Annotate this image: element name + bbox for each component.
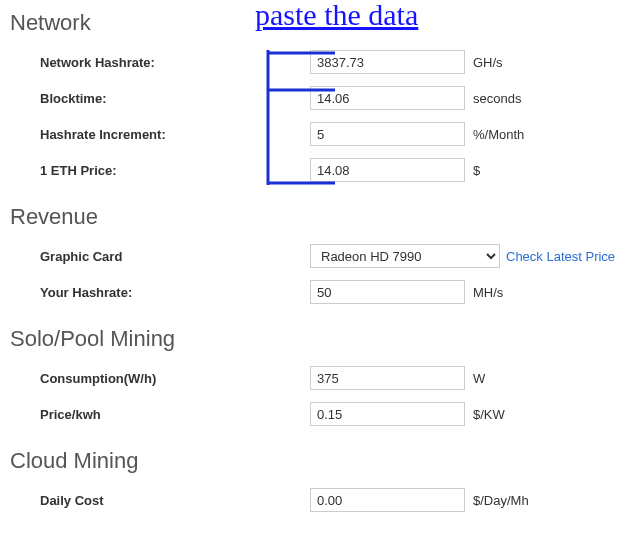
label-blocktime: Blocktime: (0, 91, 310, 106)
label-eth-price: 1 ETH Price: (0, 163, 310, 178)
label-graphic-card: Graphic Card (0, 249, 310, 264)
label-daily-cost: Daily Cost (0, 493, 310, 508)
heading-cloud: Cloud Mining (0, 432, 639, 482)
unit-your-hashrate: MH/s (465, 285, 503, 300)
unit-blocktime: seconds (465, 91, 521, 106)
input-your-hashrate[interactable] (310, 280, 465, 304)
unit-consumption: W (465, 371, 485, 386)
input-price-kwh[interactable] (310, 402, 465, 426)
label-consumption: Consumption(W/h) (0, 371, 310, 386)
unit-daily-cost: $/Day/Mh (465, 493, 529, 508)
select-graphic-card[interactable]: Radeon HD 7990 (310, 244, 500, 268)
unit-hashrate-increment: %/Month (465, 127, 524, 142)
input-network-hashrate[interactable] (310, 50, 465, 74)
label-hashrate-increment: Hashrate Increment: (0, 127, 310, 142)
heading-solo-pool: Solo/Pool Mining (0, 310, 639, 360)
unit-price-kwh: $/KW (465, 407, 505, 422)
label-network-hashrate: Network Hashrate: (0, 55, 310, 70)
input-hashrate-increment[interactable] (310, 122, 465, 146)
link-check-latest-price[interactable]: Check Latest Price (500, 249, 615, 264)
input-eth-price[interactable] (310, 158, 465, 182)
label-price-kwh: Price/kwh (0, 407, 310, 422)
unit-network-hashrate: GH/s (465, 55, 503, 70)
annotation-paste-the-data: paste the data (255, 0, 418, 32)
heading-revenue: Revenue (0, 188, 639, 238)
label-your-hashrate: Your Hashrate: (0, 285, 310, 300)
input-consumption[interactable] (310, 366, 465, 390)
input-blocktime[interactable] (310, 86, 465, 110)
unit-eth-price: $ (465, 163, 480, 178)
input-daily-cost[interactable] (310, 488, 465, 512)
